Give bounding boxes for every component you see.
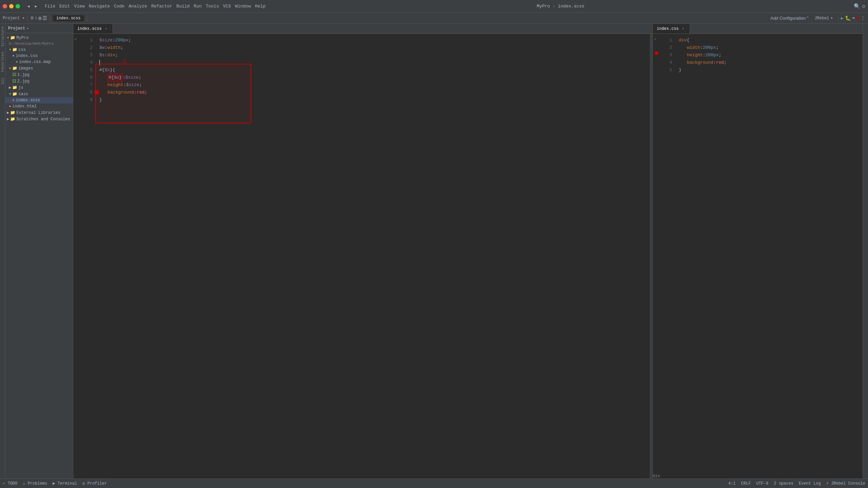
code-line-5: #{$s} {: [99, 66, 650, 74]
add-config-button[interactable]: Add Configuration ": [768, 15, 811, 22]
toolbar-icon-2[interactable]: ↑: [34, 15, 38, 21]
minimize-button[interactable]: [9, 4, 14, 8]
tree-external-libraries[interactable]: ▶ 📁 External Libraries: [5, 109, 73, 116]
scratches-arrow: ▶: [7, 117, 9, 122]
tab-index-css[interactable]: index.css ×: [653, 24, 690, 34]
back-button[interactable]: ◀: [25, 3, 32, 9]
search-icon[interactable]: 🔍: [854, 3, 861, 10]
debug-button[interactable]: 🐛: [845, 15, 851, 21]
line-num-2: 2: [80, 44, 93, 52]
status-problems[interactable]: ⚠ Problems: [23, 481, 47, 486]
line-num-4: 4: [80, 59, 93, 66]
status-terminal[interactable]: ▶ Terminal: [53, 481, 77, 486]
stop-button[interactable]: ■: [856, 16, 859, 21]
tree-file-2jpg[interactable]: 🖼 2.jpg: [5, 78, 73, 84]
main-code-editor[interactable]: ✓ 1 2 3 4 5 6 7 8 9 $size: 200px;: [73, 34, 652, 479]
menu-tools[interactable]: Tools: [204, 3, 221, 9]
menu-view[interactable]: View: [72, 3, 86, 9]
status-location[interactable]: 4:1: [728, 481, 736, 486]
main-scrollbar[interactable]: [650, 34, 652, 479]
more-run-options[interactable]: ⋮: [861, 15, 865, 21]
menu-build[interactable]: Build: [175, 3, 191, 9]
tab-main-scss-label: index.scss: [77, 26, 102, 31]
second-gutter-check: ✓: [654, 37, 656, 42]
tree-folder-css[interactable]: ▾ 📁 css: [5, 46, 73, 53]
tree-file-1jpg-label: 1.jpg: [17, 73, 29, 77]
active-tab-toolbar[interactable]: index.scss: [53, 15, 84, 21]
project-tree: ▾ 📁 MyPro D:/Develop/Web/MyPro ▾ 📁 css ●…: [5, 33, 73, 479]
project-dropdown[interactable]: Project ▾: [3, 16, 25, 21]
tree-file-index-css-map[interactable]: ● index.css.map: [5, 59, 73, 65]
settings-icon[interactable]: ⚙: [862, 3, 865, 10]
run-with-coverage-button[interactable]: ☂: [852, 15, 855, 21]
code-line-1: $size: 200px;: [99, 37, 650, 44]
css-file-icon: ●: [12, 54, 15, 58]
favorites-panel-label[interactable]: Favorites: [0, 49, 5, 75]
menu-run[interactable]: Run: [192, 3, 203, 9]
status-line-endings[interactable]: CRLF: [741, 481, 751, 486]
menu-edit[interactable]: Edit: [58, 3, 72, 9]
run-config-selector[interactable]: JRebel ▾: [812, 15, 835, 21]
folder-sass-icon: 📁: [12, 92, 17, 97]
tree-file-index-scss-label: index.scss: [16, 98, 40, 103]
scratches-icon: 📁: [10, 117, 15, 122]
toolbar: Project ▾ ≡ ↑ ⚙ ☰ index.scss Add Configu…: [0, 13, 868, 24]
toolbar-icon-3[interactable]: ⚙: [38, 15, 42, 22]
status-event-log[interactable]: Event Log: [799, 481, 821, 486]
tree-file-index-scss[interactable]: ● index.scss: [5, 97, 73, 103]
menu-help[interactable]: Help: [253, 3, 267, 9]
tree-folder-js-arrow: ▶: [9, 85, 11, 90]
tree-root-arrow: ▾: [7, 35, 9, 40]
structure-panel-label[interactable]: Structure: [0, 24, 5, 49]
status-indent[interactable]: 2 spaces: [774, 481, 793, 486]
maximize-button[interactable]: [16, 4, 20, 8]
run-button[interactable]: ▶: [841, 15, 844, 21]
toolbar-icon-4[interactable]: ☰: [42, 15, 47, 22]
tree-root[interactable]: ▾ 📁 MyPro: [5, 35, 73, 41]
menu-analyze[interactable]: Analyze: [127, 3, 149, 9]
status-todo[interactable]: ✓ TODO: [3, 481, 17, 486]
menu-vcs[interactable]: VCS: [221, 3, 233, 9]
second-code-content[interactable]: div { width: 200px; height: 200px; backg…: [675, 34, 863, 474]
line-num-5: 5: [80, 66, 93, 74]
window-controls: [3, 4, 20, 8]
git-panel-label[interactable]: Git: [0, 75, 5, 87]
tree-scratches[interactable]: ▶ 📁 Scratches and Consoles: [5, 116, 73, 122]
gutter-check-1: ✓: [75, 37, 77, 42]
tree-file-index-css-label: index.css: [16, 54, 38, 58]
project-header-chevron: ▾: [26, 26, 28, 30]
line-num-7: 7: [80, 81, 93, 89]
toolbar-icon-1[interactable]: ≡: [31, 15, 34, 21]
menu-refactor[interactable]: Refactor: [150, 3, 174, 9]
tree-root-icon: 📁: [10, 35, 15, 40]
toolbar-separator-1: [27, 15, 28, 22]
status-encoding[interactable]: UTF-8: [756, 481, 768, 486]
menu-window[interactable]: Window: [233, 3, 253, 9]
external-icon: 📁: [10, 110, 15, 115]
titlebar: ◀ ▶ File Edit View Navigate Code Analyze…: [0, 0, 868, 13]
tab-index-css-close[interactable]: ×: [681, 26, 686, 31]
menu-code[interactable]: Code: [112, 3, 126, 9]
tree-folder-sass[interactable]: ▾ 📁 sass: [5, 91, 73, 97]
tree-folder-js[interactable]: ▶ 📁 js: [5, 84, 73, 91]
second-editor-panel: index.css × ✓ 1 2 3 4 5 div {: [652, 24, 863, 479]
tab-main-scss[interactable]: index.scss ×: [73, 24, 113, 34]
tree-file-index-css[interactable]: ● index.css: [5, 53, 73, 59]
tree-file-1jpg[interactable]: 🖼 1.jpg: [5, 72, 73, 78]
menu-file[interactable]: File: [43, 3, 57, 9]
gutter: ✓: [73, 34, 80, 479]
tree-file-index-html[interactable]: ● index.html: [5, 103, 73, 109]
menu-navigate[interactable]: Navigate: [87, 3, 112, 9]
tab-main-scss-close[interactable]: ×: [104, 26, 108, 31]
project-selector: Project ▾: [3, 16, 25, 21]
close-button[interactable]: [3, 4, 7, 8]
tree-folder-images[interactable]: ▾ 📁 images: [5, 65, 73, 72]
html-file-icon: ●: [9, 104, 11, 109]
folder-js-icon: 📁: [12, 85, 17, 90]
right-sidebar: [863, 24, 868, 479]
code-content[interactable]: $size: 200px; $w: width; $s: div; ↗: [95, 34, 650, 479]
second-code-line-1: div {: [679, 37, 863, 44]
status-jrebel-console[interactable]: ⚡ JRebel Console: [826, 481, 865, 486]
status-profiler[interactable]: ◎ Profiler: [82, 481, 107, 486]
forward-button[interactable]: ▶: [33, 3, 39, 9]
